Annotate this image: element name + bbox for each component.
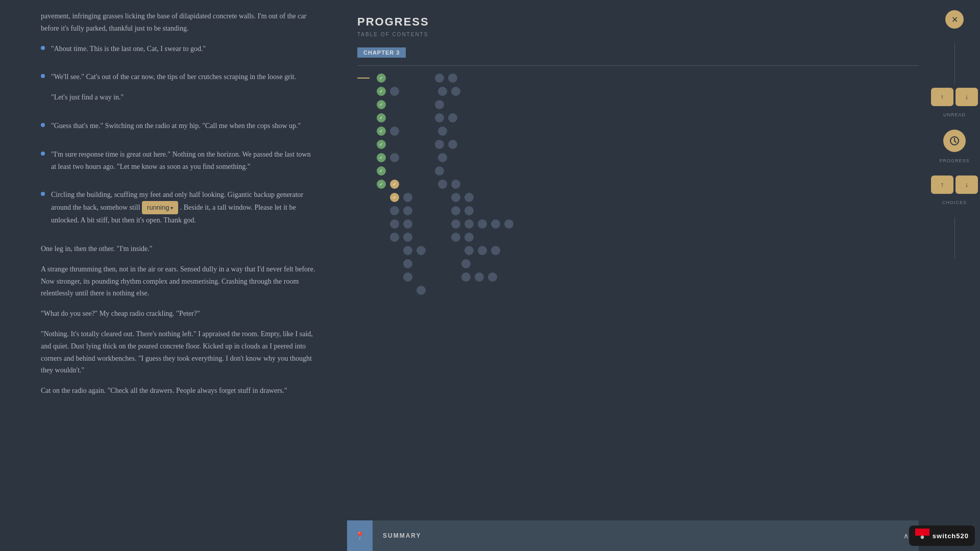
dot-gray <box>438 127 447 136</box>
settings-icon[interactable]: ✕ <box>945 10 964 29</box>
bullet-dot <box>41 192 45 196</box>
dot-gray <box>451 180 460 189</box>
bullet-dot <box>41 74 45 78</box>
dot-row-15 <box>357 259 919 268</box>
dot-checked: ✓ <box>377 87 386 96</box>
dot-row-7: ✓ <box>357 153 919 162</box>
unread-next-button[interactable]: ↓ <box>955 88 978 106</box>
choices-next-button[interactable]: ↓ <box>955 176 978 194</box>
unread-nav-group: ↑ ↓ <box>931 88 978 106</box>
svg-rect-3 <box>915 529 929 531</box>
dot-gray <box>464 193 474 202</box>
dot-gray <box>464 233 474 242</box>
running-badge[interactable]: running <box>142 201 178 214</box>
sidebar-divider-bottom <box>954 217 955 258</box>
bullet-item-5: Circling the building, scuffing my feet … <box>41 189 316 235</box>
unread-label: UNREAD <box>943 112 966 117</box>
reading-panel: pavement, infringing grasses licking the… <box>0 0 347 551</box>
dot-gold: ✓ <box>390 180 399 189</box>
dot-gray <box>504 219 513 229</box>
paragraph-5: Cat on the radio again. "Check all the d… <box>41 385 316 397</box>
choices-prev-button[interactable]: ↑ <box>931 176 953 194</box>
bullet-item-2: "We'll see." Cat's out of the car now, t… <box>41 71 316 112</box>
bullet-dot <box>41 152 45 156</box>
dot-row-11 <box>357 206 919 215</box>
paragraph-2: A strange thrumming then, not in the air… <box>41 263 316 299</box>
nintendo-switch-icon: ⊕ <box>915 529 929 543</box>
dot-gray <box>390 206 399 215</box>
dot-gray <box>451 193 460 202</box>
choices-label: CHOICES <box>942 200 967 205</box>
dot-row-2: ✓ <box>357 87 919 96</box>
svg-text:⊕: ⊕ <box>920 535 924 540</box>
dot-gray <box>416 286 426 295</box>
dot-row-10: ✓ <box>357 193 919 202</box>
intro-paragraph: pavement, infringing grasses licking the… <box>41 10 316 35</box>
switch-branding-text: switch520 <box>933 532 969 540</box>
progress-divider <box>357 65 919 66</box>
dot-row-4: ✓ <box>357 113 919 122</box>
dot-gray <box>478 246 487 255</box>
dot-gray <box>390 219 399 229</box>
dot-gray <box>478 219 487 229</box>
dot-gray <box>488 272 497 282</box>
choices-nav-group: ↑ ↓ <box>931 176 978 194</box>
progress-icon-button[interactable] <box>943 130 966 152</box>
dot-row-5: ✓ <box>357 127 919 136</box>
summary-pin[interactable]: 📍 <box>347 520 373 551</box>
bullet-text-5: Circling the building, scuffing my feet … <box>51 189 316 227</box>
dot-gray <box>451 219 460 229</box>
dot-gray <box>448 73 457 83</box>
chapter-label: CHAPTER 3 <box>357 47 406 58</box>
dot-gray <box>448 140 457 149</box>
dot-gray <box>438 180 447 189</box>
bullet-text-3: "Guess that's me." Switching on the radi… <box>51 120 301 132</box>
summary-label: SUMMARY <box>383 532 422 539</box>
dot-checked: ✓ <box>377 113 386 122</box>
bullet-dot <box>41 123 45 127</box>
unread-prev-button[interactable]: ↑ <box>931 88 953 106</box>
progress-panel: PROGRESS TABLE OF CONTENTS CHAPTER 3 ✓ ✓… <box>347 0 980 551</box>
switch-branding: ⊕ switch520 <box>909 525 975 546</box>
dot-gray <box>464 246 474 255</box>
dot-gray <box>403 246 412 255</box>
dot-gray <box>475 272 484 282</box>
paragraph-1: One leg in, then the other. "I'm inside.… <box>41 243 316 255</box>
dot-checked: ✓ <box>377 127 386 136</box>
dot-row-9: ✓ ✓ <box>357 180 919 189</box>
bullet-text-1: "About time. This is the last one, Cat, … <box>51 43 206 55</box>
summary-content[interactable]: SUMMARY ∧ <box>373 520 919 551</box>
dot-gold: ✓ <box>390 193 399 202</box>
paragraph-3: "What do you see?" My cheap radio crackl… <box>41 308 316 320</box>
dot-checked: ✓ <box>377 180 386 189</box>
summary-chevron-icon: ∧ <box>903 532 909 540</box>
progress-title: PROGRESS <box>357 15 980 29</box>
dot-gray <box>435 140 444 149</box>
dot-row-8: ✓ <box>357 166 919 176</box>
bullet-text-2a: "We'll see." Cat's out of the car now, t… <box>51 71 296 83</box>
dot-row-3: ✓ <box>357 100 919 109</box>
dot-gray <box>438 153 447 162</box>
dot-checked: ✓ <box>377 140 386 149</box>
dot-gray <box>461 259 471 268</box>
dot-checked: ✓ <box>377 100 386 109</box>
bullet-text-2b: "Let's just find a way in." <box>51 91 296 104</box>
bullet-text-4: "I'm sure response time is great out her… <box>51 148 316 173</box>
dot-gray <box>403 272 412 282</box>
dot-row-6: ✓ <box>357 140 919 149</box>
dot-gray <box>451 233 460 242</box>
dot-gray <box>390 153 399 162</box>
dot-gray <box>435 166 444 176</box>
dot-gray <box>491 246 500 255</box>
dot-checked: ✓ <box>377 73 386 83</box>
dot-gray <box>390 87 399 96</box>
dot-gray <box>403 233 412 242</box>
dot-checked: ✓ <box>377 153 386 162</box>
dot-gray <box>435 100 444 109</box>
sidebar-controls: ✕ ↑ ↓ UNREAD PROGRESS ↑ ↓ CHOICES <box>929 0 980 551</box>
bullet-item-4: "I'm sure response time is great out her… <box>41 148 316 181</box>
paragraph-4: "Nothing. It's totally cleared out. Ther… <box>41 328 316 377</box>
dots-grid: ✓ ✓ ✓ ✓ <box>357 73 919 380</box>
bullet-item-1: "About time. This is the last one, Cat, … <box>41 43 316 63</box>
dot-gray <box>438 87 447 96</box>
